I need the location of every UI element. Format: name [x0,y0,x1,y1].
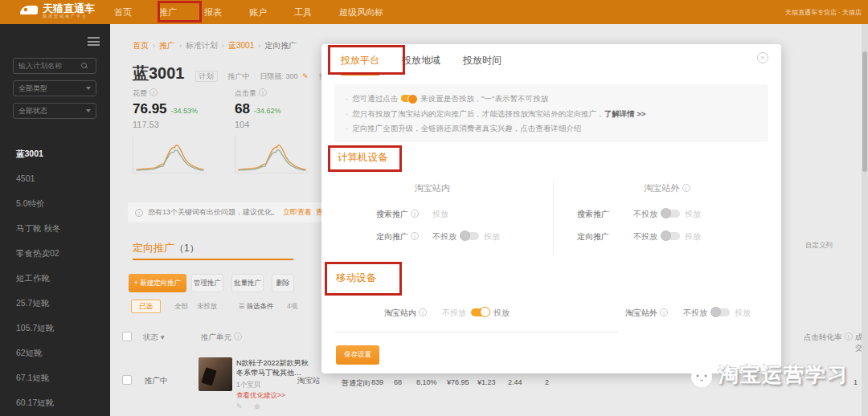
breadcrumb-plan-type[interactable]: 标准计划 [186,40,218,51]
info-icon[interactable] [660,308,668,316]
toggle-row-target-out: 不投放投放 [633,231,701,243]
notice-line-3: ·定向推广全面升级，全链路还原消费者真实兴趣，点击查看详细介绍 [346,121,757,137]
filter-conditions[interactable]: 筛选条件 [239,302,273,312]
campaign-item[interactable]: 5.0特价 [0,191,110,216]
logo-subtitle: 精准营销推广平台 [43,14,95,18]
info-icon[interactable] [419,308,427,316]
status-filter-select[interactable]: 全部状态 [13,103,96,119]
campaign-item[interactable]: 零食热卖02 [0,241,110,266]
campaign-item[interactable]: 105.7短靴 [0,316,110,341]
toggle-example-icon [401,95,417,102]
stat-cpc: ¥1.23 [477,378,496,386]
nav-item-tools[interactable]: 工具 [294,6,312,18]
tab-placement-platform[interactable]: 投放平台 [341,54,379,75]
clicks-sparkline [235,135,309,173]
row-platform: 淘宝站内 [297,376,320,386]
nav-item-account[interactable]: 账户 [249,6,267,18]
campaign-item[interactable]: 马丁靴 秋冬 [0,216,110,241]
alert-text: 您有13个关键词有出价问题，建议优化。 [148,207,279,218]
nav-item-trend[interactable]: 超级风向标 [339,6,383,18]
toggle-search-out[interactable] [662,210,680,218]
info-icon[interactable] [845,332,853,341]
product-image[interactable] [199,357,232,391]
breadcrumb-home[interactable]: 首页 [133,40,149,51]
row-label-mobile-in: 淘宝站内 [384,308,427,319]
tab-placement-time[interactable]: 投放时间 [463,54,502,75]
campaign-search[interactable] [13,58,96,74]
manage-promotion-button[interactable]: 管理推广 [191,274,223,292]
row-status: 推广中 [145,376,168,386]
edit-budget-icon[interactable]: ✎ [302,72,309,80]
breadcrumb-campaign[interactable]: 蓝3001 [228,40,254,51]
info-icon[interactable] [411,232,419,240]
learn-more-link[interactable]: 了解详情 >> [604,109,646,118]
campaign-item[interactable]: 67.1短靴 [0,365,110,390]
metric-change: -34.62% [254,107,281,115]
info-icon[interactable] [234,332,242,341]
customize-columns[interactable]: 自定义列 [805,241,833,251]
chip-selected[interactable]: 已选 [131,300,161,313]
toggle-mobile-in[interactable] [471,308,489,316]
account-info[interactable]: 天猫直通车专营店 · 天猫店 [785,8,862,17]
toggle-mobile-out[interactable] [712,308,730,316]
toggle-target-out[interactable] [662,232,680,240]
nav-item-promotion[interactable]: 推广 [159,6,177,18]
metric-secondary: 117.53 [133,120,223,129]
row-checkbox[interactable] [122,375,132,385]
close-icon[interactable] [757,52,768,63]
modal-notice: ·您可通过点击来设置是否投放，"一"表示暂不可投放 ·您只有投放了淘宝站内的定向… [334,84,768,142]
daily-budget-label: 日限额: [260,72,285,80]
cat-watermark-icon [680,360,714,389]
nav-item-home[interactable]: 首页 [114,6,132,18]
select-all-checkbox[interactable] [122,332,132,341]
info-icon[interactable] [149,88,158,96]
campaign-item[interactable]: 4501 [0,166,110,191]
placement-settings-modal: 投放平台 投放地域 投放时间 ·您可通过点击来设置是否投放，"一"表示暂不可投放… [321,44,781,373]
campaign-item[interactable]: 60.17短靴 [0,390,110,415]
scrollbar-thumb[interactable] [862,51,867,172]
train-logo-icon [19,2,39,18]
row-action-icons[interactable]: ✎ ⊕ [236,402,265,410]
campaign-item[interactable]: 62短靴 [0,341,110,365]
alert-link-view[interactable]: 立即查看 [283,207,312,218]
toggle-target-in[interactable] [461,232,479,240]
nav-item-reports[interactable]: 报表 [204,6,222,18]
tab-targeted-promotion[interactable]: 定向推广（1） [133,241,199,255]
row-label-mobile-out: 淘宝站外 [625,308,668,319]
campaign-search-input[interactable] [18,62,81,70]
tab-placement-region[interactable]: 投放地域 [402,54,440,75]
plan-badge: 计划 [195,71,218,82]
product-title[interactable]: N款鞋子2022新款男秋冬系带马丁靴其他… [236,358,310,377]
row-label-target-in: 定向推广 [376,231,419,243]
chip-all[interactable]: 全部 [174,302,188,312]
stat-impressions: 839 [371,378,383,386]
breadcrumb-promotion[interactable]: 推广 [159,40,175,51]
new-promotion-button[interactable]: + 新建定向推广 [129,274,186,292]
info-icon[interactable] [411,210,419,218]
metric-value: 76.95 [133,101,167,116]
hamburger-icon[interactable] [88,37,100,46]
chip-not-serving[interactable]: 未投放 [197,302,218,312]
metric-card-spend: 花费 76.95-34.53% 117.53 [133,88,223,173]
batch-promotion-button[interactable]: 批量推广 [231,274,264,292]
campaign-item[interactable]: 蓝3001 [0,141,110,166]
save-settings-button[interactable]: 保存设置 [336,345,379,365]
optimize-suggestion-link[interactable]: 查看优化建议>> [236,391,285,401]
column-status[interactable]: 状态 ▾ [143,332,164,343]
campaign-item[interactable]: 短工作靴 [0,266,110,291]
section-computer-devices: 计算机设备 [338,151,388,165]
state-search-in-fixed: 投放 [432,209,448,220]
type-filter-select[interactable]: 全部类型 [13,80,96,96]
watermark: 淘宝运营学习 [680,360,849,389]
stat-clicks: 68 [394,378,402,386]
row-label-target-out: 定向推广 [577,231,609,243]
info-icon[interactable] [682,184,690,192]
column-taobao-inside: 淘宝站内 [388,182,477,194]
info-icon[interactable] [259,88,267,96]
column-divider [553,181,554,255]
delete-button[interactable]: 删除 [272,274,294,292]
logo[interactable]: 天猫直通车 精准营销推广平台 [19,2,95,18]
watermark-text: 淘宝运营学习 [719,361,849,388]
campaign-item[interactable]: 25.7短靴 [0,291,110,316]
metric-card-clicks: 点击量 68-34.62% 104 [235,88,325,173]
